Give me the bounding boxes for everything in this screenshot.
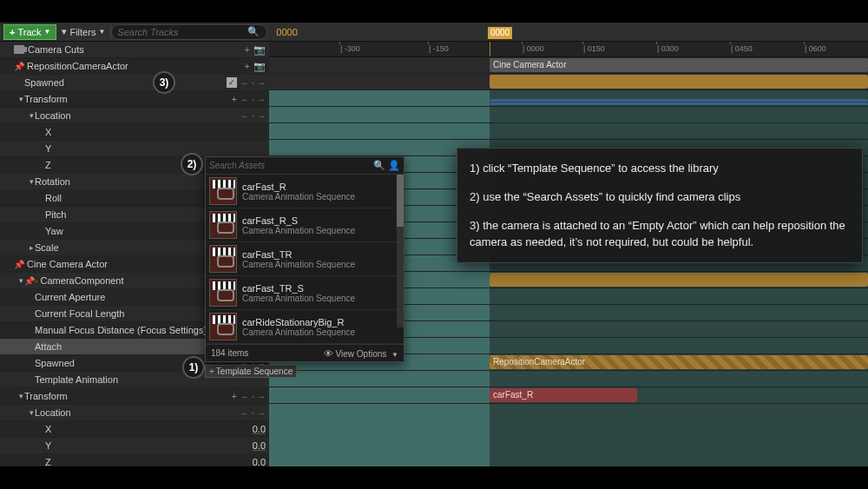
row-label: Y (45, 143, 245, 154)
row-value[interactable]: 0.0 (245, 440, 269, 451)
add-track-button[interactable]: + Track ▼ (3, 24, 56, 40)
outliner-row[interactable]: Z0.0 (0, 454, 269, 466)
outliner-row[interactable]: Y0.0 (0, 438, 269, 454)
track-row (269, 90, 868, 107)
asset-thumbnail (209, 245, 237, 273)
actor-pin-icon: 📌 (14, 260, 24, 269)
asset-name: carRideStationaryBig_R (242, 317, 355, 327)
add-icon[interactable]: + (231, 391, 236, 401)
checkbox[interactable]: ✓ (227, 77, 237, 88)
camera-icon (14, 45, 24, 54)
search-tracks[interactable]: 🔍 (111, 24, 267, 40)
current-frame[interactable]: 0000 (276, 27, 297, 37)
outliner-row[interactable]: ▾Location← ◦ → (0, 405, 269, 421)
plus-icon: + (10, 27, 15, 37)
outliner-row[interactable]: 📌RepositionCameraActor+📷 (0, 58, 269, 75)
search-input[interactable] (117, 27, 247, 37)
clip-actor-header[interactable] (490, 75, 868, 89)
clip-thin (490, 99, 868, 102)
template-sequence-button[interactable]: + Template Sequence (205, 365, 297, 378)
asset-name: carFast_TR (242, 249, 355, 260)
track-row-template: carFast_R (269, 387, 868, 404)
row-label: Z (45, 457, 245, 466)
asset-row[interactable]: carFast_RCamera Animation Sequence (206, 175, 404, 208)
track-label: Track (17, 27, 41, 37)
instruction-overlay: 1) click “Template Sequence” to access t… (457, 148, 863, 263)
key-nav[interactable]: ← ◦ → (240, 95, 269, 104)
asset-row[interactable]: carRideStationaryBig_RCamera Animation S… (206, 310, 404, 344)
row-label: Camera Cuts (28, 44, 245, 55)
scrollbar[interactable] (397, 175, 404, 327)
outliner-row[interactable]: Y (0, 141, 269, 157)
ruler-tick: | -300 (340, 44, 360, 53)
asset-row[interactable]: carFast_TR_SCamera Animation Sequence (206, 276, 404, 310)
clip-template-anim[interactable]: carFast_R (490, 388, 637, 402)
add-icon[interactable]: + (245, 61, 250, 72)
key-nav[interactable]: ← ◦ → (240, 111, 269, 121)
annotation-badge-2: 2) (181, 153, 203, 175)
row-value[interactable]: 0.0 (245, 424, 269, 434)
row-value[interactable]: 0.0 (245, 457, 269, 466)
search-icon: 🔍 (373, 160, 385, 171)
asset-thumbnail (209, 313, 237, 340)
add-icon[interactable]: + (231, 94, 236, 104)
key-nav[interactable]: ← ◦ → (240, 408, 269, 418)
ruler-tick: | 0000 (523, 44, 544, 53)
key-nav[interactable]: ← ◦ → (240, 392, 269, 401)
ruler-tick: | 0600 (805, 44, 826, 53)
asset-type: Camera Animation Sequence (242, 294, 355, 303)
expand-icon[interactable]: ▸ (28, 243, 35, 252)
asset-search-input[interactable] (209, 161, 373, 170)
annotation-badge-1: 1) (182, 356, 205, 379)
scroll-thumb[interactable] (397, 175, 404, 227)
asset-name: carFast_R (242, 182, 355, 192)
ruler-tick: | -150 (429, 44, 449, 53)
user-icon: 👤 (388, 160, 400, 171)
search-icon: 🔍 (247, 26, 260, 37)
expand-icon[interactable]: ▾ (17, 95, 24, 103)
filters-label: Filters (69, 27, 95, 37)
outliner-row[interactable]: X (0, 124, 269, 141)
outliner-row[interactable]: X0.0 (0, 421, 269, 438)
chevron-down-icon: ▼ (44, 28, 51, 36)
clip-attach[interactable]: RepositionCameraActor (490, 355, 868, 369)
clip-actor-header[interactable] (490, 273, 868, 287)
expand-icon[interactable]: ▾ (28, 408, 35, 417)
filters-button[interactable]: ▾ Filters ▼ (56, 24, 111, 40)
add-icon[interactable]: + (245, 44, 250, 56)
playhead[interactable]: 0000 (490, 42, 490, 56)
asset-row[interactable]: carFast_TRCamera Animation Sequence (206, 242, 404, 276)
view-options[interactable]: 👁 View Options ▼ (324, 348, 398, 359)
outliner-row[interactable]: Camera Cuts+📷 (0, 42, 269, 58)
picker-footer: 184 items 👁 View Options ▼ (206, 344, 404, 361)
asset-search[interactable]: 🔍 👤 (206, 157, 404, 175)
outliner-row[interactable]: ▾Transform+← ◦ → (0, 388, 269, 405)
expand-icon[interactable]: ▾ (17, 276, 24, 285)
funnel-icon: ▾ (62, 26, 67, 37)
asset-thumbnail (209, 211, 237, 239)
row-label: Location (35, 407, 240, 418)
key-nav[interactable]: ← ◦ → (240, 78, 269, 88)
outliner-row[interactable]: ▾Transform+← ◦ → (0, 91, 269, 108)
asset-type: Camera Animation Sequence (242, 226, 355, 235)
camera-icon[interactable]: 📷 (253, 61, 266, 72)
outliner-row[interactable]: ▾Location← ◦ → (0, 108, 269, 124)
asset-list[interactable]: carFast_RCamera Animation SequencecarFas… (206, 175, 404, 344)
asset-type: Camera Animation Sequence (242, 192, 355, 202)
expand-icon[interactable]: ▾ (28, 177, 35, 186)
component-icon: 📌◦ (24, 276, 38, 286)
chevron-down-icon: ▼ (98, 28, 105, 36)
time-ruler[interactable]: 0000 | -300| -150| 0000| 0150| 0300| 045… (269, 42, 868, 57)
overlay-line-3: 3) the camera is attached to an “Empty A… (470, 218, 850, 251)
track-row (269, 74, 868, 90)
clip-cine-camera[interactable]: Cine Camera Actor (490, 58, 868, 72)
overlay-line-1: 1) click “Template Sequence” to access t… (470, 161, 850, 177)
asset-name: carFast_R_S (242, 215, 355, 226)
item-count: 184 items (211, 348, 248, 358)
outliner-row[interactable]: Spawned✓← ◦ → (0, 75, 269, 91)
camera-icon[interactable]: 📷 (253, 44, 266, 56)
expand-icon[interactable]: ▾ (28, 111, 35, 120)
expand-icon[interactable]: ▾ (17, 392, 24, 400)
asset-row[interactable]: carFast_R_SCamera Animation Sequence (206, 208, 404, 242)
asset-thumbnail (209, 279, 237, 307)
